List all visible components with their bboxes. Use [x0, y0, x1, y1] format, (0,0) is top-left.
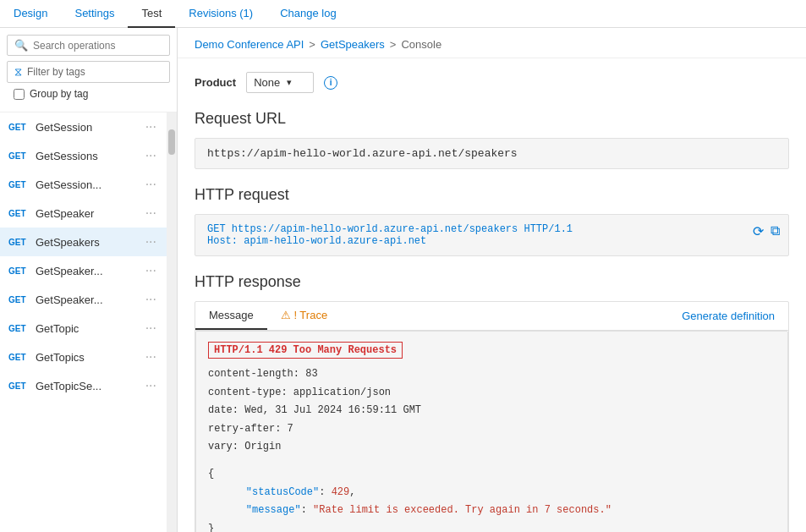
http-response-header: HTTP response — [195, 273, 789, 291]
json-message: "message": "Rate limit is exceeded. Try … — [208, 502, 776, 520]
list-item[interactable]: GET GetTopics ··· — [0, 343, 167, 371]
more-icon[interactable]: ··· — [142, 263, 160, 278]
method-badge: GET — [8, 295, 36, 304]
operation-name: GetSpeakers — [36, 236, 142, 249]
method-badge: GET — [8, 123, 36, 132]
method-badge: GET — [8, 151, 36, 161]
chevron-down-icon: ▾ — [287, 77, 292, 88]
copy-icon[interactable]: ⟳ — [753, 223, 764, 240]
http-request-actions: ⟳ ⧉ — [753, 223, 780, 240]
more-icon[interactable]: ··· — [142, 119, 160, 134]
list-item[interactable]: GET GetSpeaker ··· — [0, 199, 167, 228]
group-by-label: Group by tag — [30, 88, 88, 100]
group-by-row: Group by tag — [7, 83, 170, 105]
http-request-line1: GET https://apim-hello-world.azure-api.n… — [207, 223, 776, 235]
tab-revisions[interactable]: Revisions (1) — [175, 0, 266, 28]
tab-test[interactable]: Test — [128, 0, 175, 28]
method-badge: GET — [8, 381, 36, 391]
list-item[interactable]: GET GetSessions ··· — [0, 141, 167, 170]
header-content-length: content-length: 83 — [208, 365, 776, 384]
header-vary: vary: Origin — [208, 438, 776, 457]
tab-changelog[interactable]: Change log — [266, 0, 350, 28]
method-badge: GET — [8, 324, 36, 333]
more-icon[interactable]: ··· — [142, 349, 160, 365]
operation-name: GetTopics — [36, 351, 142, 364]
method-badge: GET — [8, 353, 36, 362]
group-by-checkbox[interactable] — [14, 89, 25, 100]
request-url-box: https://apim-hello-world.azure-api.net/s… — [195, 138, 789, 169]
request-url-header: Request URL — [195, 110, 789, 128]
tab-design[interactable]: Design — [0, 0, 61, 28]
list-item[interactable]: GET GetSession ··· — [0, 112, 167, 141]
breadcrumb-sep2: > — [390, 38, 397, 51]
list-item[interactable]: GET GetSpeaker... ··· — [0, 256, 167, 285]
json-open-brace: { — [208, 465, 776, 484]
more-icon[interactable]: ··· — [142, 177, 160, 192]
operation-name: GetSpeaker — [36, 207, 142, 220]
method-badge: GET — [8, 180, 36, 189]
more-icon[interactable]: ··· — [142, 206, 160, 221]
breadcrumb-api[interactable]: Demo Conference API — [195, 38, 304, 51]
main-panel: Demo Conference API > GetSpeakers > Cons… — [178, 28, 806, 532]
sidebar-scrollbar[interactable] — [167, 112, 177, 532]
header-date: date: Wed, 31 Jul 2024 16:59:11 GMT — [208, 402, 776, 420]
operation-name: GetSpeaker... — [36, 265, 142, 277]
method-badge: GET — [8, 238, 36, 247]
tab-trace[interactable]: ⚠ ! Trace — [267, 302, 341, 330]
json-status-code: "statusCode": 429, — [208, 484, 776, 502]
operation-name: GetSession — [36, 121, 142, 134]
generate-definition-link[interactable]: Generate definition — [668, 303, 788, 329]
method-badge: GET — [8, 266, 36, 276]
list-item[interactable]: GET GetSession... ··· — [0, 170, 167, 199]
product-select[interactable]: None ▾ — [246, 72, 314, 93]
breadcrumb-op[interactable]: GetSpeakers — [321, 38, 385, 51]
search-box[interactable]: 🔍 — [7, 35, 170, 56]
list-item[interactable]: GET GetSpeakers ··· — [0, 228, 167, 256]
header-content-type: content-type: application/json — [208, 384, 776, 403]
list-item[interactable]: GET GetTopicSe... ··· — [0, 371, 167, 400]
search-input[interactable] — [33, 40, 162, 52]
response-tabs: Message ⚠ ! Trace Generate definition — [195, 302, 788, 331]
list-item[interactable]: GET GetSpeaker... ··· — [0, 285, 167, 314]
breadcrumb-console: Console — [401, 38, 441, 51]
more-icon[interactable]: ··· — [142, 292, 160, 307]
operations-list: GET GetSession ··· GET GetSessions ··· G… — [0, 112, 167, 532]
more-icon[interactable]: ··· — [142, 148, 160, 163]
more-icon[interactable]: ··· — [142, 321, 160, 336]
tab-message[interactable]: Message — [195, 302, 267, 330]
product-row: Product None ▾ i — [195, 72, 789, 93]
status-line-box: HTTP/1.1 429 Too Many Requests — [208, 342, 403, 359]
operation-name: GetSession... — [36, 178, 142, 191]
operation-name: GetTopic — [36, 322, 142, 335]
expand-icon[interactable]: ⧉ — [770, 223, 780, 240]
filter-label: Filter by tags — [27, 66, 85, 78]
status-line: HTTP/1.1 429 Too Many Requests — [214, 344, 397, 356]
operation-name: GetSpeaker... — [36, 293, 142, 306]
breadcrumb: Demo Conference API > GetSpeakers > Cons… — [178, 28, 806, 58]
product-label: Product — [195, 76, 236, 89]
info-icon[interactable]: i — [324, 76, 337, 90]
response-headers: content-length: 83 content-type: applica… — [208, 365, 776, 457]
product-value: None — [254, 76, 280, 89]
list-item[interactable]: GET GetTopic ··· — [0, 314, 167, 343]
operation-name: GetTopicSe... — [36, 380, 142, 392]
trace-label: ! Trace — [293, 309, 327, 321]
operation-name: GetSessions — [36, 150, 142, 162]
http-request-header: HTTP request — [195, 186, 789, 204]
http-request-box: GET https://apim-hello-world.azure-api.n… — [195, 214, 789, 256]
json-close-brace: } — [208, 520, 776, 532]
filter-icon: ⧖ — [14, 65, 22, 79]
more-icon[interactable]: ··· — [142, 378, 160, 393]
http-request-line2: Host: apim-hello-world.azure-api.net — [207, 235, 776, 247]
tab-settings[interactable]: Settings — [61, 0, 128, 28]
filter-box[interactable]: ⧖ Filter by tags — [7, 61, 170, 83]
warning-icon: ⚠ — [281, 309, 291, 321]
response-body: HTTP/1.1 429 Too Many Requests content-l… — [195, 331, 788, 532]
header-retry-after: retry-after: 7 — [208, 420, 776, 439]
method-badge: GET — [8, 209, 36, 218]
response-json: { "statusCode": 429, "message": "Rate li… — [208, 465, 776, 532]
search-icon: 🔍 — [14, 39, 28, 52]
more-icon[interactable]: ··· — [142, 234, 160, 250]
breadcrumb-sep1: > — [309, 38, 315, 51]
